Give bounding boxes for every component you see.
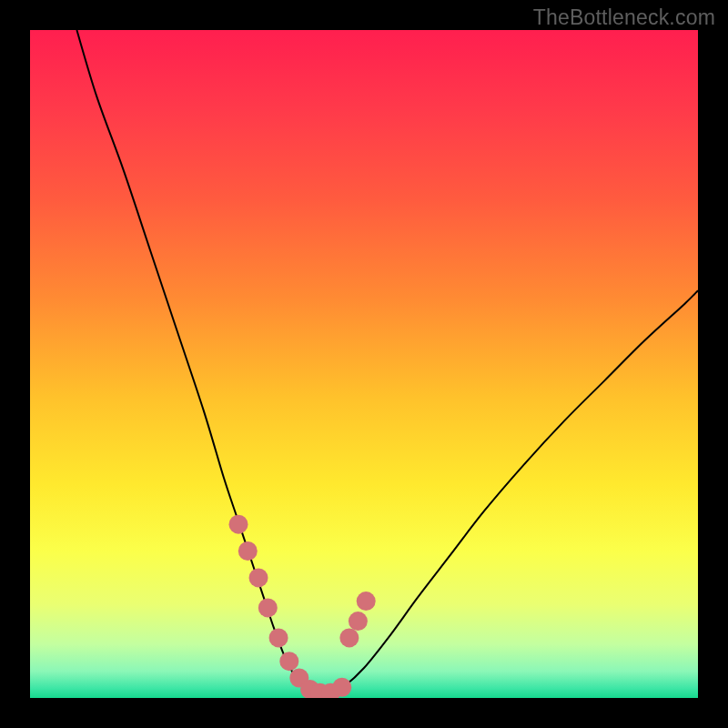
highlight-dot	[339, 628, 359, 647]
highlight-dot	[269, 628, 288, 647]
chart-svg	[30, 30, 698, 698]
highlight-dot	[258, 598, 278, 617]
chart-frame: TheBottleneck.com	[0, 0, 728, 728]
highlight-dot	[279, 652, 298, 671]
highlight-dot	[238, 541, 258, 561]
plot-area	[30, 30, 698, 698]
highlight-dot	[249, 568, 268, 587]
highlight-dot	[332, 678, 351, 697]
watermark-label: TheBottleneck.com	[533, 5, 715, 30]
highlight-dot	[357, 592, 376, 611]
highlight-dot	[229, 515, 248, 534]
highlight-dot	[349, 612, 368, 631]
